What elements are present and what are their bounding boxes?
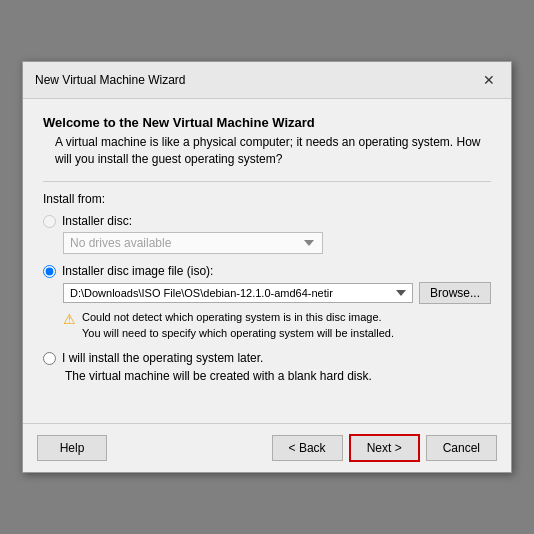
disc-dropdown-row: No drives available	[63, 232, 491, 254]
dialog-title: New Virtual Machine Wizard	[35, 73, 186, 87]
installer-disc-label: Installer disc:	[62, 214, 132, 228]
dialog-footer: Help < Back Next > Cancel	[23, 423, 511, 472]
close-button[interactable]: ✕	[479, 70, 499, 90]
spacer	[43, 387, 491, 407]
footer-right: < Back Next > Cancel	[272, 434, 497, 462]
installer-disc-row: Installer disc:	[43, 214, 491, 228]
warning-text: Could not detect which operating system …	[82, 310, 394, 341]
title-bar: New Virtual Machine Wizard ✕	[23, 62, 511, 99]
iso-path-dropdown[interactable]: D:\Downloads\ISO File\OS\debian-12.1.0-a…	[63, 283, 413, 303]
next-button[interactable]: Next >	[349, 434, 420, 462]
installer-iso-row: Installer disc image file (iso):	[43, 264, 491, 278]
welcome-title: Welcome to the New Virtual Machine Wizar…	[43, 115, 491, 130]
help-button[interactable]: Help	[37, 435, 107, 461]
later-description: The virtual machine will be created with…	[65, 369, 491, 383]
install-from-label: Install from:	[43, 192, 491, 206]
installer-iso-radio[interactable]	[43, 265, 56, 278]
dialog-body: Welcome to the New Virtual Machine Wizar…	[23, 99, 511, 423]
browse-button[interactable]: Browse...	[419, 282, 491, 304]
later-label: I will install the operating system late…	[62, 351, 263, 365]
installer-iso-label: Installer disc image file (iso):	[62, 264, 213, 278]
iso-path-row: D:\Downloads\ISO File\OS\debian-12.1.0-a…	[63, 282, 491, 304]
later-section: I will install the operating system late…	[43, 351, 491, 383]
cancel-button[interactable]: Cancel	[426, 435, 497, 461]
footer-left: Help	[37, 435, 107, 461]
warning-icon: ⚠	[63, 311, 76, 327]
welcome-section: Welcome to the New Virtual Machine Wizar…	[43, 115, 491, 168]
later-row: I will install the operating system late…	[43, 351, 491, 365]
iso-section: Installer disc image file (iso): D:\Down…	[43, 264, 491, 341]
installer-disc-radio[interactable]	[43, 215, 56, 228]
warning-box: ⚠ Could not detect which operating syste…	[63, 310, 491, 341]
dialog-window: New Virtual Machine Wizard ✕ Welcome to …	[22, 61, 512, 473]
disc-dropdown[interactable]: No drives available	[63, 232, 323, 254]
divider	[43, 181, 491, 182]
later-radio[interactable]	[43, 352, 56, 365]
welcome-description: A virtual machine is like a physical com…	[55, 134, 491, 168]
back-button[interactable]: < Back	[272, 435, 343, 461]
